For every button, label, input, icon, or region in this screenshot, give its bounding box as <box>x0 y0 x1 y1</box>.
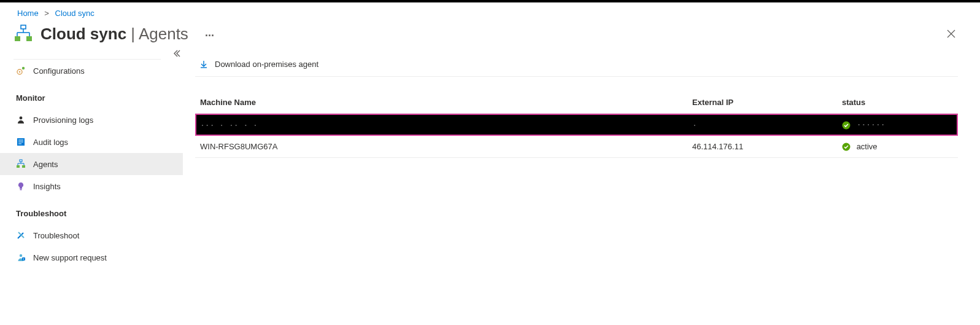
provisioning-logs-icon <box>16 115 26 125</box>
insights-icon <box>16 181 26 191</box>
sidebar-item-agents[interactable]: Agents <box>0 153 183 175</box>
support-icon: + <box>16 253 26 262</box>
sidebar-divider <box>14 52 161 60</box>
external-ip: 46.114.176.11 <box>692 142 842 151</box>
sidebar-item-label: New support request <box>33 253 107 262</box>
table-row[interactable]: WIN-RFSG8UMG67A 46.114.176.11 active <box>195 136 958 158</box>
svg-rect-17 <box>20 160 22 162</box>
table-header: Machine Name External IP status <box>195 92 958 114</box>
more-actions-button[interactable]: ··· <box>205 29 214 42</box>
breadcrumb-separator: > <box>44 9 49 18</box>
sidebar-item-provisioning-logs[interactable]: Provisioning logs <box>0 109 183 131</box>
sidebar-item-insights[interactable]: Insights <box>0 175 183 197</box>
status-active-icon <box>842 121 851 130</box>
col-external-ip[interactable]: External IP <box>692 98 842 107</box>
page-title-separator: | <box>126 25 139 43</box>
svg-rect-24 <box>20 189 22 190</box>
status-active-icon <box>842 143 851 151</box>
sidebar-item-label: Configurations <box>33 66 85 76</box>
breadcrumb-home[interactable]: Home <box>17 9 39 18</box>
svg-point-10 <box>19 71 21 73</box>
download-agent-button[interactable]: Download on-premises agent <box>195 60 322 69</box>
agents-icon <box>16 159 26 169</box>
status-label: active <box>857 142 878 151</box>
sidebar-item-label: Agents <box>33 160 58 169</box>
svg-rect-6 <box>26 36 32 41</box>
collapse-sidebar-button[interactable] <box>173 50 180 57</box>
svg-rect-5 <box>15 36 20 41</box>
sidebar-item-audit-logs[interactable]: Audit logs <box>0 131 183 153</box>
svg-text:+: + <box>23 257 25 260</box>
audit-logs-icon <box>16 137 26 147</box>
svg-rect-23 <box>22 165 25 168</box>
col-machine-name[interactable]: Machine Name <box>198 98 692 107</box>
sidebar-item-label: Troubleshoot <box>33 231 79 240</box>
toolbar: Download on-premises agent <box>195 52 958 77</box>
cloud-sync-icon <box>14 24 33 44</box>
sidebar-heading-troubleshoot: Troubleshoot <box>0 202 183 224</box>
close-blade-button[interactable] <box>941 27 962 41</box>
status-redacted: ······ <box>857 120 885 129</box>
download-agent-label: Download on-premises agent <box>215 60 318 69</box>
breadcrumb-cloudsync[interactable]: Cloud sync <box>55 9 95 18</box>
svg-rect-22 <box>17 165 20 168</box>
page-title-sub: Agents <box>139 25 188 43</box>
main-content: Download on-premises agent Machine Name … <box>183 52 980 315</box>
machine-name: WIN-RFSG8UMG67A <box>198 142 692 151</box>
sidebar: Configurations Monitor Provisioning logs… <box>0 52 183 315</box>
agents-table: Machine Name External IP status ··· · ··… <box>195 92 958 158</box>
sidebar-item-label: Insights <box>33 182 61 191</box>
page-title-row: Cloud sync | Agents ··· <box>0 20 980 52</box>
download-icon <box>199 60 209 69</box>
sidebar-item-label: Provisioning logs <box>33 116 93 125</box>
svg-point-11 <box>22 67 25 69</box>
svg-rect-0 <box>21 25 26 29</box>
breadcrumb: Home > Cloud sync <box>0 6 980 20</box>
svg-point-12 <box>20 117 23 120</box>
sidebar-item-troubleshoot[interactable]: Troubleshoot <box>0 224 183 246</box>
table-row[interactable]: ··· · ·· · · · ······ <box>195 114 958 136</box>
external-ip-redacted: · <box>692 120 697 130</box>
tools-icon <box>16 230 26 240</box>
page-title-main: Cloud sync <box>41 25 126 43</box>
col-status[interactable]: status <box>842 98 955 107</box>
sidebar-item-configurations[interactable]: Configurations <box>0 60 183 82</box>
sidebar-item-support[interactable]: + New support request <box>0 246 183 268</box>
page-title: Cloud sync | Agents ··· <box>41 25 941 44</box>
machine-name-redacted: ··· · ·· · · <box>200 120 258 130</box>
gear-icon <box>16 66 26 76</box>
svg-point-27 <box>20 254 22 257</box>
sidebar-item-label: Audit logs <box>33 138 68 147</box>
sidebar-heading-monitor: Monitor <box>0 87 183 109</box>
